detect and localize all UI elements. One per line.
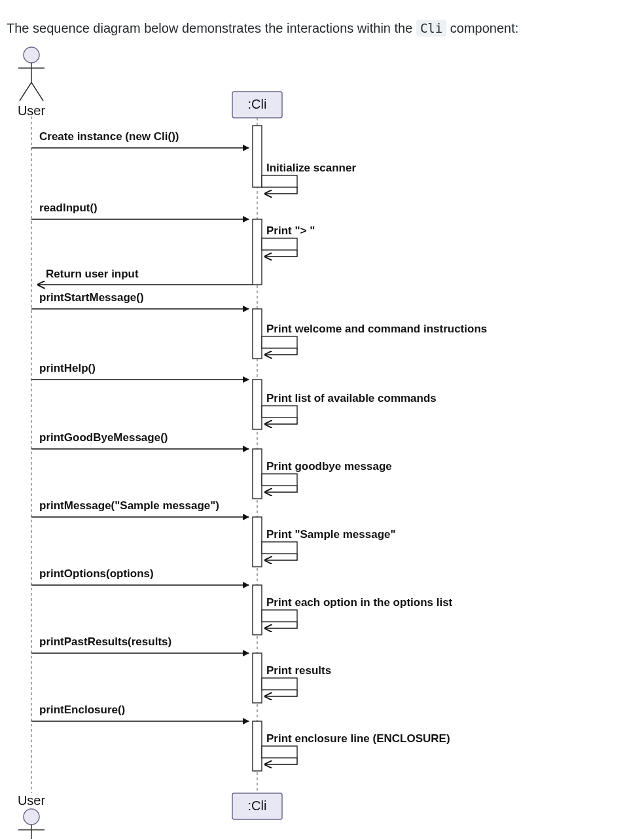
svg-point-0 xyxy=(24,47,39,63)
svg-line-3 xyxy=(20,82,31,101)
activation-bar xyxy=(253,219,262,285)
msg-label: Print list of available commands xyxy=(266,392,437,404)
self-return xyxy=(265,622,297,628)
intro-code: Cli xyxy=(416,20,446,37)
self-return xyxy=(265,690,297,696)
activation-bar xyxy=(253,517,262,567)
self-activation xyxy=(262,336,297,348)
sequence-diagram: User :Cli Create instance (new Cli()) In… xyxy=(7,43,637,839)
activation-bar xyxy=(253,380,262,429)
self-activation xyxy=(262,406,297,418)
activation-bar xyxy=(253,653,262,703)
msg-label: readInput() xyxy=(39,202,98,214)
msg-label: Print results xyxy=(266,664,331,677)
msg-label: Print goodbye message xyxy=(266,460,392,473)
msg-label: Print "Sample message" xyxy=(266,528,396,541)
intro-prefix: The sequence diagram below demonstrates … xyxy=(7,21,416,35)
activation-bar xyxy=(253,309,262,359)
msg-label: printHelp() xyxy=(39,362,96,374)
participant-label-bottom: :Cli xyxy=(248,798,267,813)
msg-label: Initialize scanner xyxy=(266,162,356,174)
msg-label: Return user input xyxy=(46,268,139,280)
self-return xyxy=(265,348,297,355)
msg-label: printGoodByeMessage() xyxy=(39,431,168,444)
msg-label: Print enclosure line (ENCLOSURE) xyxy=(266,732,450,745)
self-return xyxy=(265,554,297,560)
participant-label-top: :Cli xyxy=(248,97,267,111)
self-activation xyxy=(262,746,297,758)
actor-label-bottom: User xyxy=(18,793,46,808)
msg-label: Create instance (new Cli()) xyxy=(39,130,179,143)
msg-label: Print welcome and command instructions xyxy=(266,323,487,335)
self-return xyxy=(265,486,297,492)
actor-icon-bottom xyxy=(18,809,45,839)
self-return xyxy=(265,758,297,764)
intro-suffix: component: xyxy=(446,21,518,35)
activation-bar xyxy=(253,721,262,771)
activation-bar xyxy=(253,449,262,499)
actor-label-top: User xyxy=(18,103,46,118)
activation-bar xyxy=(253,585,262,635)
msg-label: printStartMessage() xyxy=(39,291,144,304)
self-return xyxy=(265,187,297,194)
msg-label: printMessage("Sample message") xyxy=(39,499,219,512)
msg-label: printEnclosure() xyxy=(39,704,125,716)
actor-icon-top xyxy=(18,47,45,101)
self-activation xyxy=(262,678,297,690)
msg-label: Print each option in the options list xyxy=(266,596,453,609)
self-activation xyxy=(262,474,297,486)
svg-point-5 xyxy=(24,809,39,825)
msg-label: Print "> " xyxy=(266,224,315,237)
self-activation xyxy=(262,542,297,554)
self-return xyxy=(265,418,297,424)
svg-line-4 xyxy=(31,82,43,101)
self-activation xyxy=(262,610,297,622)
self-return xyxy=(265,250,297,257)
msg-label: printOptions(options) xyxy=(39,567,154,580)
self-activation xyxy=(262,175,297,187)
intro-text: The sequence diagram below demonstrates … xyxy=(7,18,637,38)
self-activation xyxy=(262,238,297,250)
activation-bar xyxy=(253,126,262,187)
msg-label: printPastResults(results) xyxy=(39,635,171,648)
